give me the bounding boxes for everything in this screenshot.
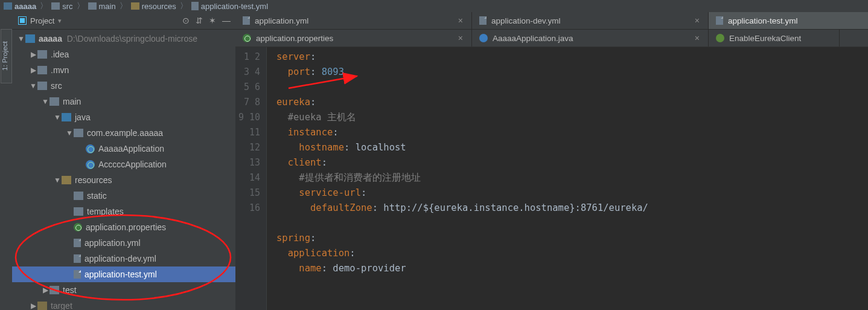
source-folder-icon bbox=[62, 113, 71, 121]
tree-item-mvn[interactable]: ▶ .mvn bbox=[12, 62, 235, 78]
editor-area: application.yml × application-dev.yml × … bbox=[235, 12, 868, 310]
close-icon[interactable]: × bbox=[458, 33, 463, 43]
java-class-icon bbox=[479, 34, 488, 42]
project-title[interactable]: Project bbox=[30, 16, 54, 25]
tree-label: AcccccApplication bbox=[98, 157, 167, 172]
tree-label: static bbox=[87, 188, 107, 204]
tree-item-src[interactable]: ▼ src bbox=[12, 78, 235, 94]
collapse-icon[interactable]: ⇵ bbox=[196, 16, 203, 25]
yaml-file-icon bbox=[74, 239, 81, 247]
tree-item-yml-0[interactable]: application.yml bbox=[12, 235, 235, 251]
properties-icon bbox=[74, 223, 82, 231]
tree-label: application.properties bbox=[86, 219, 166, 235]
folder-icon bbox=[37, 66, 47, 74]
spring-class-icon bbox=[86, 160, 95, 169]
tree-label: com.example.aaaaa bbox=[87, 125, 163, 141]
target-icon[interactable]: ⊙ bbox=[182, 16, 190, 25]
editor-tab-row-2: application.properties × AaaaaApplicatio… bbox=[235, 30, 868, 47]
close-icon[interactable]: × bbox=[458, 16, 463, 25]
tree-label: target bbox=[51, 298, 72, 310]
tab-aaaaa-application-java[interactable]: AaaaaApplication.java × bbox=[472, 30, 709, 47]
breadcrumb-item-0[interactable]: aaaaa bbox=[4, 2, 36, 11]
tree-item-package[interactable]: ▼ com.example.aaaaa bbox=[12, 125, 235, 141]
tab-application-yml[interactable]: application.yml × bbox=[235, 12, 472, 29]
breadcrumb-item-3[interactable]: resources bbox=[131, 2, 176, 11]
tree-item-idea[interactable]: ▶ .idea bbox=[12, 47, 235, 62]
editor-tab-row-1: application.yml × application-dev.yml × … bbox=[235, 12, 868, 30]
breadcrumb-sep: 〉 bbox=[180, 1, 188, 11]
tree-label: application-dev.yml bbox=[85, 251, 156, 266]
breadcrumb-item-2[interactable]: main bbox=[88, 2, 116, 11]
yaml-file-icon bbox=[74, 270, 81, 279]
tree-label: application.yml bbox=[85, 235, 141, 251]
tab-label: application-dev.yml bbox=[491, 16, 561, 25]
tree-label: test bbox=[63, 282, 77, 298]
breadcrumb-item-4[interactable]: application-test.yml bbox=[191, 2, 268, 11]
code-editor[interactable]: 1 2 3 4 5 6 7 8 9 10 11 12 13 14 15 16 s… bbox=[235, 47, 868, 310]
target-folder-icon bbox=[37, 302, 47, 310]
tab-label: EnableEurekaClient bbox=[729, 34, 801, 43]
tree-label: main bbox=[63, 94, 81, 109]
tree-item-target[interactable]: ▶ target bbox=[12, 298, 235, 310]
tab-label: application.properties bbox=[256, 34, 333, 43]
breadcrumb-sep: 〉 bbox=[120, 1, 127, 11]
project-tree[interactable]: ▼ aaaaa D:\Downloads\springcloud-microse… bbox=[12, 30, 235, 310]
module-icon bbox=[25, 34, 35, 43]
breadcrumb: aaaaa 〉 src 〉 main 〉 resources 〉 applica… bbox=[0, 0, 868, 13]
tree-label: .mvn bbox=[51, 62, 69, 78]
breadcrumb-sep: 〉 bbox=[40, 1, 48, 11]
tree-label: AaaaaApplication bbox=[98, 141, 164, 157]
folder-icon bbox=[49, 286, 59, 294]
yaml-file-icon bbox=[243, 16, 250, 25]
folder-icon bbox=[74, 192, 83, 200]
folder-icon bbox=[37, 50, 47, 59]
yaml-file-icon bbox=[716, 16, 723, 25]
tree-item-class-2[interactable]: AcccccApplication bbox=[12, 157, 235, 172]
tree-item-main[interactable]: ▼ main bbox=[12, 94, 235, 109]
project-tool-window: Project ▾ ⊙ ⇵ ✶ — ▼ aaaaa D:\Downloads\s… bbox=[12, 12, 236, 310]
tab-label: application-test.yml bbox=[728, 16, 798, 25]
yaml-file-icon bbox=[479, 16, 487, 25]
project-tool-tab[interactable]: 1: Project bbox=[1, 29, 12, 83]
package-icon bbox=[74, 129, 83, 137]
tree-item-yml-2[interactable]: application-test.yml bbox=[12, 266, 235, 282]
tab-application-dev-yml[interactable]: application-dev.yml × bbox=[472, 12, 709, 29]
close-icon[interactable]: × bbox=[695, 33, 700, 43]
gear-icon[interactable]: ✶ bbox=[209, 16, 216, 25]
yaml-file-icon bbox=[74, 254, 81, 263]
tree-item-properties[interactable]: application.properties bbox=[12, 219, 235, 235]
tree-item-java[interactable]: ▼ java bbox=[12, 109, 235, 125]
tab-enable-eureka-client[interactable]: EnableEurekaClient bbox=[709, 30, 840, 47]
breadcrumb-item-1[interactable]: src bbox=[51, 2, 72, 11]
tree-item-static[interactable]: static bbox=[12, 188, 235, 204]
tree-item-test[interactable]: ▶ test bbox=[12, 282, 235, 298]
tab-application-test-yml[interactable]: application-test.yml bbox=[709, 12, 868, 29]
tree-label: src bbox=[51, 78, 62, 94]
project-view-icon bbox=[18, 16, 27, 25]
folder-icon bbox=[49, 97, 59, 106]
tab-application-properties[interactable]: application.properties × bbox=[235, 30, 472, 47]
tab-label: application.yml bbox=[255, 16, 308, 25]
code-content[interactable]: server: port: 8093 eureka: #eueka 主机名 in… bbox=[267, 47, 868, 310]
tree-item-resources[interactable]: ▼ resources bbox=[12, 172, 235, 188]
tree-path: D:\Downloads\springcloud-microse bbox=[67, 31, 197, 47]
tree-label: .idea bbox=[51, 47, 69, 62]
folder-icon bbox=[37, 82, 47, 90]
tree-label: java bbox=[75, 109, 91, 125]
project-header: Project ▾ ⊙ ⇵ ✶ — bbox=[12, 12, 235, 30]
tree-item-templates[interactable]: templates bbox=[12, 204, 235, 219]
hide-icon[interactable]: — bbox=[222, 16, 231, 25]
tree-label: application-test.yml bbox=[85, 266, 157, 282]
tree-root[interactable]: ▼ aaaaa D:\Downloads\springcloud-microse bbox=[12, 31, 235, 47]
annotation-icon bbox=[716, 34, 724, 42]
tool-window-bar-left: 1: Project bbox=[0, 12, 13, 310]
breadcrumb-sep: 〉 bbox=[77, 1, 85, 11]
tree-item-yml-1[interactable]: application-dev.yml bbox=[12, 251, 235, 266]
tree-label: templates bbox=[87, 204, 124, 219]
close-icon[interactable]: × bbox=[695, 16, 700, 25]
resources-folder-icon bbox=[62, 176, 71, 184]
tree-item-class-1[interactable]: AaaaaApplication bbox=[12, 141, 235, 157]
line-number-gutter: 1 2 3 4 5 6 7 8 9 10 11 12 13 14 15 16 bbox=[235, 47, 267, 310]
chevron-down-icon[interactable]: ▾ bbox=[58, 17, 62, 25]
tree-label: resources bbox=[75, 172, 112, 188]
